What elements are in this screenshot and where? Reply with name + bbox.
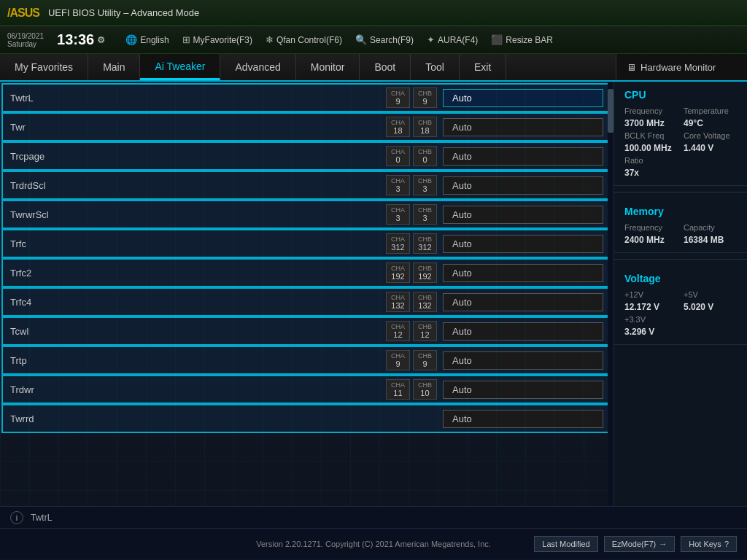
aura-shortcut[interactable]: ✦ AURA(F4) — [427, 34, 478, 45]
setting-name: Trfc4 — [10, 297, 386, 308]
search-label: Search(F9) — [370, 35, 414, 45]
scrollbar[interactable] — [608, 82, 614, 506]
chb-box: CHB10 — [413, 379, 437, 400]
myfavorite-label: MyFavorite(F3) — [193, 35, 252, 45]
search-shortcut[interactable]: 🔍 Search(F9) — [355, 34, 414, 45]
cpu-freq-value: 3700 MHz — [624, 118, 678, 128]
ch-values: CHA3CHB3 — [386, 175, 437, 195]
ez-mode-button[interactable]: EzMode(F7) → — [604, 536, 676, 552]
v12-label: +12V — [624, 290, 678, 299]
settings-row[interactable]: TrcpageCHA0CHB0Auto — [1, 141, 612, 171]
footer: Version 2.20.1271. Copyright (C) 2021 Am… — [0, 528, 747, 559]
value-dropdown[interactable]: Auto — [443, 176, 603, 195]
ch-values: CHA312CHB312 — [386, 233, 437, 254]
nav-advanced[interactable]: Advanced — [220, 54, 295, 80]
resizebar-label: Resize BAR — [506, 35, 553, 45]
setting-name: Trfc2 — [10, 268, 386, 279]
settings-panel: TwtrLCHA9CHB9AutoTwrCHA18CHB18AutoTrcpag… — [0, 82, 614, 506]
setting-name: Trdwr — [10, 384, 386, 395]
settings-row[interactable]: TwrwrSclCHA3CHB3Auto — [1, 200, 612, 229]
cha-box: CHA192 — [386, 262, 410, 283]
value-dropdown[interactable]: Auto — [443, 89, 603, 107]
value-dropdown[interactable]: Auto — [443, 118, 603, 136]
nav-tool[interactable]: Tool — [411, 54, 460, 80]
value-dropdown[interactable]: Auto — [443, 351, 603, 370]
nav-ai-tweaker[interactable]: Ai Tweaker — [140, 54, 220, 80]
settings-table: TwtrLCHA9CHB9AutoTwrCHA18CHB18AutoTrcpag… — [0, 82, 614, 435]
language-selector[interactable]: 🌐 English — [125, 34, 169, 45]
setting-name: TwrwrScl — [10, 209, 386, 220]
chb-box: CHB12 — [413, 321, 437, 341]
chb-box: CHB18 — [413, 117, 437, 137]
setting-name: TwtrL — [10, 93, 386, 104]
value-dropdown[interactable]: Auto — [443, 381, 603, 399]
value-dropdown[interactable]: Auto — [443, 147, 603, 166]
timebar: 06/19/2021Saturday 13:36 ⚙ 🌐 English ⊞ M… — [0, 26, 747, 54]
settings-row[interactable]: Trfc4CHA132CHB132Auto — [1, 287, 612, 316]
value-dropdown[interactable]: Auto — [443, 264, 603, 282]
cpu-temp-value: 49°C — [684, 118, 737, 128]
cha-box: CHA0 — [386, 146, 410, 166]
v5-value: 5.020 V — [684, 302, 737, 312]
nav-monitor[interactable]: Monitor — [296, 54, 360, 80]
bottom-info-bar: i TwtrL — [0, 506, 747, 528]
cpu-bclk-value: 100.00 MHz — [624, 143, 678, 153]
info-text: TwtrL — [31, 513, 52, 523]
cha-box: CHA3 — [386, 175, 410, 195]
value-dropdown[interactable]: Auto — [443, 235, 603, 253]
nav-my-favorites[interactable]: My Favorites — [0, 54, 88, 80]
settings-row[interactable]: TcwlCHA12CHB12Auto — [1, 316, 612, 346]
mem-freq-label: Frequency — [624, 223, 678, 232]
info-icon[interactable]: i — [10, 511, 23, 524]
settings-row[interactable]: TwrCHA18CHB18Auto — [1, 112, 612, 141]
memory-section: Memory Frequency Capacity 2400 MHz 16384… — [614, 198, 747, 253]
v33-value: 3.296 V — [624, 327, 678, 337]
value-dropdown[interactable]: Auto — [443, 206, 603, 224]
settings-row[interactable]: TrdwrCHA11CHB10Auto — [1, 375, 612, 404]
copyright-text: Version 2.20.1271. Copyright (C) 2021 Am… — [252, 540, 495, 548]
v33-label: +3.3V — [624, 315, 678, 324]
cha-box: CHA12 — [386, 321, 410, 341]
cha-box: CHA132 — [386, 292, 410, 312]
time-display: 13:36 ⚙ — [57, 31, 105, 48]
cpu-ratio-label: Ratio — [624, 156, 678, 165]
cpu-cv-value: 1.440 V — [684, 143, 737, 153]
value-dropdown[interactable]: Auto — [443, 293, 603, 311]
monitor-icon: 🖥 — [627, 62, 636, 73]
chb-box: CHB312 — [413, 233, 437, 254]
search-icon: 🔍 — [355, 34, 367, 45]
fan-icon: ❄ — [266, 34, 274, 45]
value-dropdown[interactable]: Auto — [443, 410, 603, 428]
voltage-section-title: Voltage — [624, 273, 737, 284]
myfavorite-shortcut[interactable]: ⊞ MyFavorite(F3) — [182, 34, 252, 45]
ezmode-arrow-icon: → — [659, 540, 667, 548]
settings-row[interactable]: TrfcCHA312CHB312Auto — [1, 229, 612, 258]
nav-main[interactable]: Main — [88, 54, 140, 80]
chb-box: CHB0 — [413, 146, 437, 166]
last-modified-button[interactable]: Last Modified — [534, 536, 597, 552]
hot-keys-button[interactable]: Hot Keys ? — [681, 536, 737, 552]
settings-gear-icon[interactable]: ⚙ — [97, 35, 105, 45]
settings-row[interactable]: TwrrdAuto — [1, 404, 612, 433]
cha-box: CHA312 — [386, 233, 410, 254]
resizebar-shortcut[interactable]: ⬛ Resize BAR — [491, 34, 553, 45]
header-bar: /ASUS UEFI BIOS Utility – Advanced Mode — [0, 0, 747, 26]
nav-boot[interactable]: Boot — [360, 54, 411, 80]
language-label: English — [140, 35, 169, 45]
settings-row[interactable]: Trfc2CHA192CHB192Auto — [1, 258, 612, 287]
nav-exit[interactable]: Exit — [460, 54, 506, 80]
settings-row[interactable]: TrdrdSclCHA3CHB3Auto — [1, 171, 612, 200]
qfan-shortcut[interactable]: ❄ Qfan Control(F6) — [266, 34, 342, 45]
v12-value: 12.172 V — [624, 302, 678, 312]
settings-row[interactable]: TrtpCHA9CHB9Auto — [1, 346, 612, 375]
ch-values: CHA11CHB10 — [386, 379, 437, 400]
datetime-display: 06/19/2021Saturday — [7, 32, 44, 48]
ch-values: CHA12CHB12 — [386, 321, 437, 341]
cpu-cv-label: Core Voltage — [684, 131, 737, 140]
cpu-section-title: CPU — [624, 89, 737, 101]
settings-row[interactable]: TwtrLCHA9CHB9Auto — [1, 83, 612, 112]
value-dropdown[interactable]: Auto — [443, 322, 603, 341]
ch-values: CHA192CHB192 — [386, 262, 437, 283]
scrollbar-thumb[interactable] — [608, 89, 614, 133]
ch-values: CHA18CHB18 — [386, 117, 437, 137]
